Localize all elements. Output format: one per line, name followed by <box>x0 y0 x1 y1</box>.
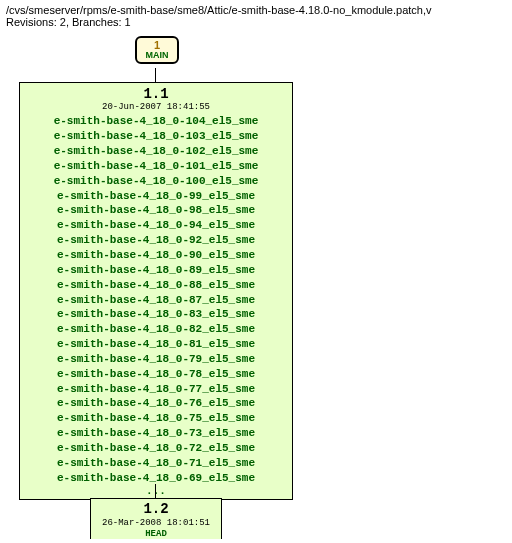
revision-tag: e-smith-base-4_18_0-75_el5_sme <box>20 411 292 426</box>
connector-line <box>155 68 156 82</box>
revision-tag: e-smith-base-4_18_0-89_el5_sme <box>20 263 292 278</box>
revision-tag: e-smith-base-4_18_0-103_el5_sme <box>20 129 292 144</box>
revision-tag: e-smith-base-4_18_0-71_el5_sme <box>20 456 292 471</box>
revision-tag: e-smith-base-4_18_0-87_el5_sme <box>20 293 292 308</box>
revision-tag: e-smith-base-4_18_0-83_el5_sme <box>20 307 292 322</box>
revision-tag: e-smith-base-4_18_0-88_el5_sme <box>20 278 292 293</box>
revision-tag: e-smith-base-4_18_0-78_el5_sme <box>20 367 292 382</box>
revision-tag: e-smith-base-4_18_0-82_el5_sme <box>20 322 292 337</box>
revision-tag: e-smith-base-4_18_0-100_el5_sme <box>20 174 292 189</box>
revision-tag: e-smith-base-4_18_0-79_el5_sme <box>20 352 292 367</box>
revision-tag: e-smith-base-4_18_0-76_el5_sme <box>20 396 292 411</box>
revision-tag: e-smith-base-4_18_0-98_el5_sme <box>20 203 292 218</box>
revision-date: 26-Mar-2008 18:01:51 <box>91 518 221 528</box>
file-path: /cvs/smeserver/rpms/e-smith-base/sme8/At… <box>0 0 512 16</box>
revision-number: 1.1 <box>20 87 292 102</box>
revision-tag: e-smith-base-4_18_0-81_el5_sme <box>20 337 292 352</box>
revision-graph: 1 MAIN 1.1 20-Jun-2007 18:41:55 e-smith-… <box>0 34 512 539</box>
tags-ellipsis: ... <box>20 485 292 497</box>
revision-tag: e-smith-base-4_18_0-104_el5_sme <box>20 114 292 129</box>
revision-tag: e-smith-base-4_18_0-72_el5_sme <box>20 441 292 456</box>
revision-tag: e-smith-base-4_18_0-99_el5_sme <box>20 189 292 204</box>
revision-tag: e-smith-base-4_18_0-73_el5_sme <box>20 426 292 441</box>
revision-node-1-2: 1.2 26-Mar-2008 18:01:51 HEAD <box>90 498 222 539</box>
revision-tag: e-smith-base-4_18_0-77_el5_sme <box>20 382 292 397</box>
branch-label: MAIN <box>137 51 177 60</box>
revision-tag: e-smith-base-4_18_0-90_el5_sme <box>20 248 292 263</box>
revision-number: 1.2 <box>91 502 221 517</box>
revisions-summary: Revisions: 2, Branches: 1 <box>0 16 512 34</box>
branch-badge-main: 1 MAIN <box>135 36 179 64</box>
revision-tag: e-smith-base-4_18_0-102_el5_sme <box>20 144 292 159</box>
revision-date: 20-Jun-2007 18:41:55 <box>20 102 292 112</box>
revision-tag: e-smith-base-4_18_0-94_el5_sme <box>20 218 292 233</box>
connector-line <box>155 484 156 498</box>
revision-node-1-1: 1.1 20-Jun-2007 18:41:55 e-smith-base-4_… <box>19 82 293 500</box>
revision-tag: e-smith-base-4_18_0-69_el5_sme <box>20 471 292 486</box>
head-label: HEAD <box>91 529 221 539</box>
revision-tag: e-smith-base-4_18_0-101_el5_sme <box>20 159 292 174</box>
revision-tag: e-smith-base-4_18_0-92_el5_sme <box>20 233 292 248</box>
revision-tags-list: e-smith-base-4_18_0-104_el5_smee-smith-b… <box>20 114 292 485</box>
